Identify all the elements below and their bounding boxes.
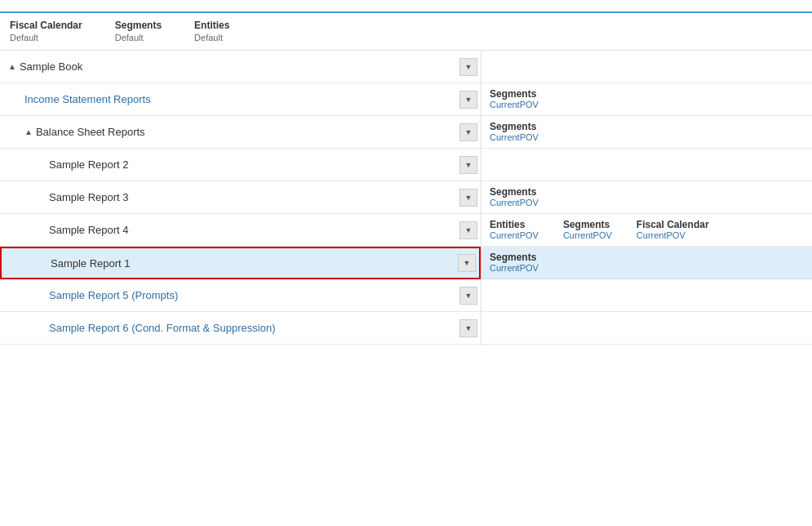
dimension-name: Segments [490,88,539,100]
tree-row[interactable]: Sample Report 5 (Prompts) ▼ [0,279,481,312]
dimension-value: CurrentPOV [490,100,539,109]
dimension-value: CurrentPOV [490,198,539,207]
dropdown-button[interactable]: ▼ [459,189,477,207]
page-header [0,0,812,13]
dropdown-button[interactable]: ▼ [459,156,477,174]
tree-cell: Sample Report 5 (Prompts) [0,279,456,311]
dimension-row [481,51,812,83]
dropdown-button[interactable]: ▼ [459,319,477,337]
pov-value: Default [194,33,223,42]
dimension-row: Segments CurrentPOV [481,181,812,214]
dimension-entry: Entities CurrentPOV [490,219,539,241]
tree-toggle-cell[interactable]: ▼ [456,51,481,82]
dimension-value: CurrentPOV [637,230,709,240]
tree-row[interactable]: Sample Report 1 ▼ [0,247,481,279]
pov-value: Default [10,33,38,42]
dimension-entry: Fiscal Calendar CurrentPOV [637,219,709,241]
dimension-entry: Segments CurrentPOV [490,88,539,110]
tree-row[interactable]: Sample Report 2 ▼ [0,149,481,181]
dimension-row [481,312,812,345]
dropdown-button[interactable]: ▼ [459,91,477,109]
expand-icon: ▲ [8,62,16,71]
tree-toggle-cell[interactable]: ▼ [456,181,481,213]
pov-label: Segments [115,20,162,31]
tree-item-label: Sample Report 5 (Prompts) [49,289,178,301]
tree-toggle-cell[interactable]: ▼ [455,248,479,278]
main-content: ▲ Sample Book ▼ Income Statement Reports… [0,51,812,345]
dimension-entry: Segments CurrentPOV [563,219,612,241]
tree-row[interactable]: ▲ Balance Sheet Reports ▼ [0,116,481,149]
tree-cell: Income Statement Reports [0,83,456,115]
tree-panel: ▲ Sample Book ▼ Income Statement Reports… [0,51,481,345]
dimension-row: Segments CurrentPOV [481,116,812,149]
tree-toggle-cell[interactable]: ▼ [456,116,481,148]
tree-cell: Sample Report 1 [2,248,455,278]
pov-item: Segments Default [115,20,162,43]
tree-item-label: Sample Report 1 [51,257,131,270]
dimension-name: Segments [490,186,539,198]
tree-item-label: Sample Report 3 [49,191,129,203]
dropdown-button[interactable]: ▼ [459,221,477,239]
tree-toggle-cell[interactable]: ▼ [456,214,481,246]
dimension-name: Segments [490,252,539,263]
dimension-row: Entities CurrentPOV Segments CurrentPOV … [481,214,812,247]
dropdown-button[interactable]: ▼ [459,58,477,76]
dimension-entry: Segments CurrentPOV [490,252,539,274]
tree-toggle-cell[interactable]: ▼ [456,312,481,344]
dimension-row: Segments CurrentPOV [481,247,812,279]
tree-item-label: Sample Book [20,60,82,73]
tree-cell: Sample Report 6 (Cond. Format & Suppress… [0,312,456,344]
tree-cell: ▲ Sample Book [0,51,456,82]
pov-label: Fiscal Calendar [10,20,82,31]
dimension-panel: Segments CurrentPOV Segments CurrentPOV … [481,51,812,345]
tree-row[interactable]: Income Statement Reports ▼ [0,83,481,116]
dimension-name: Fiscal Calendar [637,219,709,230]
pov-label: Entities [194,20,229,31]
pov-bar: Fiscal Calendar Default Segments Default… [0,13,812,51]
dimension-value: CurrentPOV [490,230,539,240]
tree-item-label: Sample Report 2 [49,158,129,171]
dimension-row [481,149,812,181]
dimension-entry: Segments CurrentPOV [490,121,539,143]
tree-row[interactable]: Sample Report 6 (Cond. Format & Suppress… [0,312,481,345]
dimension-name: Segments [490,121,539,132]
pov-item: Fiscal Calendar Default [10,20,82,43]
tree-cell: Sample Report 3 [0,181,456,213]
tree-row[interactable]: Sample Report 4 ▼ [0,214,481,247]
dimension-name: Entities [490,219,539,230]
tree-item-label: Sample Report 6 (Cond. Format & Suppress… [49,322,275,334]
expand-icon: ▲ [24,127,33,136]
tree-row[interactable]: ▲ Sample Book ▼ [0,51,481,83]
dimension-entry: Segments CurrentPOV [490,186,539,208]
dimension-value: CurrentPOV [563,230,612,240]
tree-item-label: Sample Report 4 [49,224,129,236]
dimension-value: CurrentPOV [490,263,539,273]
dimension-row: Segments CurrentPOV [481,83,812,116]
tree-row[interactable]: Sample Report 3 ▼ [0,181,481,214]
tree-item-label: Balance Sheet Reports [36,126,145,138]
pov-value: Default [115,33,144,42]
dimension-row [481,279,812,312]
dropdown-button[interactable]: ▼ [458,254,476,272]
tree-cell: Sample Report 4 [0,214,456,246]
tree-item-label: Income Statement Reports [24,93,151,105]
dropdown-button[interactable]: ▼ [459,123,477,141]
tree-cell: ▲ Balance Sheet Reports [0,116,456,148]
dimension-value: CurrentPOV [490,132,539,142]
dropdown-button[interactable]: ▼ [459,287,477,305]
tree-toggle-cell[interactable]: ▼ [456,83,481,115]
dimension-name: Segments [563,219,612,230]
pov-item: Entities Default [194,20,229,43]
tree-toggle-cell[interactable]: ▼ [456,149,481,181]
tree-cell: Sample Report 2 [0,149,456,181]
tree-toggle-cell[interactable]: ▼ [456,279,481,311]
